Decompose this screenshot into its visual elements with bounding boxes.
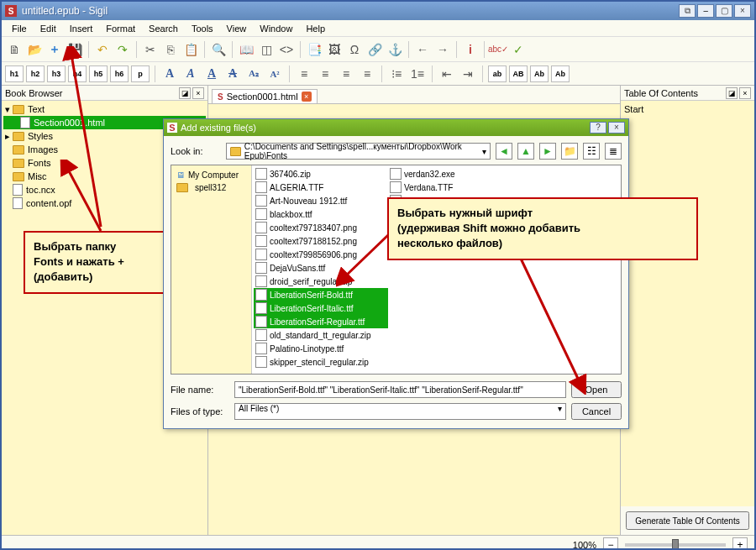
cancel-button[interactable]: Cancel [571,403,622,420]
h2-button[interactable]: h2 [26,65,45,82]
validate-icon[interactable]: ✓ [509,40,528,59]
tab-close-icon[interactable]: × [302,92,312,102]
file-entry[interactable]: skipper_stencil_regular.zip [254,355,388,369]
menu-insert[interactable]: Insert [63,22,100,35]
file-entry[interactable]: verdan32.exe [388,167,522,181]
zoom-in-button[interactable]: + [732,537,748,551]
editor-tab[interactable]: S Section0001.html × [212,89,318,103]
subscript-icon[interactable]: A₂ [244,65,263,82]
image-icon[interactable]: 🖼 [325,40,344,59]
menu-file[interactable]: File [5,22,34,35]
file-icon [390,181,402,193]
search-icon[interactable]: 🔍 [209,40,228,59]
strike-icon[interactable]: A [223,65,242,82]
zoom-out-button[interactable]: − [603,537,618,551]
menu-format[interactable]: Format [99,22,142,35]
dock-button[interactable]: ⧉ [679,4,696,18]
menu-window[interactable]: Window [253,22,299,35]
window-title: untitled.epub - Sigil [22,5,677,17]
cut-icon[interactable]: ✂ [141,40,160,59]
panel-close-icon[interactable]: × [192,87,204,99]
nav-back-icon[interactable]: ◄ [496,143,512,160]
file-entry[interactable]: Verdana.TTF [388,181,522,194]
file-icon [255,289,267,301]
indent-icon[interactable]: ⇥ [459,65,477,83]
lowercase-button[interactable]: ab [488,65,507,82]
view-detail-icon[interactable]: ≣ [605,143,622,160]
nav-up-icon[interactable]: ▲ [517,143,534,160]
numbers-icon[interactable]: 1≡ [408,65,427,83]
uppercase-button[interactable]: AB [509,65,528,82]
anchor-icon[interactable]: ⚓ [386,40,404,59]
menu-tools[interactable]: Tools [185,22,220,35]
file-entry[interactable]: blackbox.ttf [254,207,388,221]
align-center-icon[interactable]: ≡ [316,65,334,83]
sidebar-mycomputer[interactable]: 🖥My Computer [175,169,248,181]
file-icon [255,249,267,260]
view-list-icon[interactable]: ☷ [583,143,600,160]
copy-icon[interactable]: ⎘ [161,40,180,59]
h1-button[interactable]: h1 [5,65,24,82]
look-in-label: Look in: [171,146,221,156]
dialog-close-icon[interactable]: × [608,122,625,134]
file-icon [255,356,267,368]
file-name-label: File name: [171,385,229,395]
book-view-icon[interactable]: 📖 [237,40,255,59]
toc-float-icon[interactable]: ◪ [726,87,738,99]
toc-panel: Table Of Contents ◪ × Start Generate Tab… [620,86,754,535]
file-entry[interactable]: 367406.zip [254,167,388,181]
bullets-icon[interactable]: ⁝≡ [387,65,406,83]
file-entry[interactable]: LiberationSerif-Bold.ttf [254,288,388,301]
nav-forward-icon[interactable]: ► [539,143,556,160]
new-folder-icon[interactable]: 📁 [561,143,578,160]
toc-title: Table Of Contents [624,88,698,98]
sidebar-user[interactable]: spell312 [175,181,248,194]
files-of-type-select[interactable]: All Files (*)▾ [234,403,566,420]
file-entry[interactable]: LiberationSerif-Italic.ttf [254,301,388,315]
file-icon [255,235,267,247]
menu-edit[interactable]: Edit [34,22,63,35]
minimize-button[interactable]: ‒ [697,4,714,18]
italic-icon[interactable]: A [181,65,200,82]
metadata-icon[interactable]: i [461,40,480,59]
character-icon[interactable]: Ω [345,40,364,59]
capitalize-button[interactable]: Ab [551,65,570,82]
panel-float-icon[interactable]: ◪ [179,87,191,99]
titlecase-button[interactable]: Ab [530,65,549,82]
align-right-icon[interactable]: ≡ [337,65,355,83]
split-view-icon[interactable]: ◫ [257,40,276,59]
file-entry[interactable]: LiberationSerif-Regular.ttf [254,315,388,328]
bold-icon[interactable]: A [160,65,179,82]
underline-icon[interactable]: A [202,65,221,82]
file-icon [255,208,267,220]
open-icon[interactable]: 📂 [25,40,44,59]
superscript-icon[interactable]: A² [265,65,284,82]
forward-icon[interactable]: → [433,40,452,59]
maximize-button[interactable]: ▢ [716,4,732,18]
link-icon[interactable]: 🔗 [365,40,384,59]
dialog-help-icon[interactable]: ? [590,122,606,134]
menu-help[interactable]: Help [299,22,332,35]
spellcheck-icon[interactable]: abc✓ [489,40,507,59]
close-button[interactable]: × [734,4,751,18]
new-icon[interactable]: 🗎 [5,40,24,59]
file-entry[interactable]: Palatino-Linotype.ttf [254,342,388,355]
toc-close-icon[interactable]: × [739,87,751,99]
paste-icon[interactable]: 📋 [181,40,200,59]
toc-start-item[interactable]: Start [624,104,751,114]
code-view-icon[interactable]: <> [277,40,296,59]
look-in-path[interactable]: C:\Documents and Settings\spell...кумент… [226,143,491,160]
align-left-icon[interactable]: ≡ [295,65,313,83]
split-section-icon[interactable]: 📑 [305,40,323,59]
generate-toc-button[interactable]: Generate Table Of Contents [626,511,749,530]
file-entry[interactable]: Art-Nouveau 1912.ttf [254,194,388,207]
menu-view[interactable]: View [220,22,254,35]
zoom-slider[interactable] [625,543,726,547]
file-entry[interactable]: old_standard_tt_regular.zip [254,328,388,342]
outdent-icon[interactable]: ⇤ [438,65,456,83]
file-icon [255,302,267,314]
align-justify-icon[interactable]: ≡ [358,65,376,83]
back-icon[interactable]: ← [413,40,432,59]
menu-search[interactable]: Search [142,22,185,35]
file-entry[interactable]: ALGERIA.TTF [254,181,388,194]
